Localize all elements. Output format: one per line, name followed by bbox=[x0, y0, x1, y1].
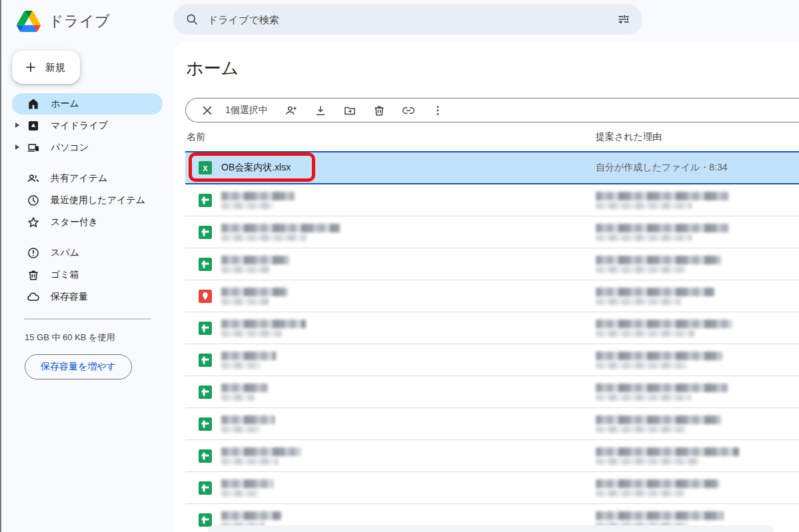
clear-selection-button[interactable] bbox=[196, 99, 219, 122]
search-bar[interactable] bbox=[173, 4, 642, 35]
sidebar-item-label: スター付き bbox=[51, 216, 98, 228]
file-row[interactable] bbox=[185, 280, 799, 312]
sidebar-item-cloud[interactable]: 保存容量 bbox=[12, 286, 163, 308]
sidebar-item-label: マイドライブ bbox=[51, 120, 108, 132]
file-reason-cell bbox=[596, 288, 799, 305]
expand-caret-icon[interactable] bbox=[15, 122, 20, 129]
file-name-cell bbox=[185, 479, 596, 497]
download-icon bbox=[314, 104, 327, 117]
sidebar: 新規 ホームマイドライブパソコン共有アイテム最近使用したアイテムスター付きスパム… bbox=[1, 43, 173, 532]
get-more-storage-button[interactable]: 保存容量を増やす bbox=[25, 354, 132, 380]
redacted-file-reason bbox=[596, 288, 714, 305]
file-row[interactable] bbox=[185, 344, 799, 376]
cloud-icon bbox=[27, 290, 40, 304]
file-reason-cell bbox=[596, 384, 799, 401]
redacted-file-reason bbox=[596, 256, 721, 273]
storage-progress-bar bbox=[24, 318, 151, 320]
sidebar-item-label: ホーム bbox=[51, 98, 79, 110]
file-row[interactable] bbox=[185, 312, 799, 344]
sheets-file-icon bbox=[199, 226, 212, 239]
sheets-file-icon bbox=[199, 258, 212, 271]
file-name-cell bbox=[185, 256, 596, 273]
more-vert-button[interactable] bbox=[426, 99, 449, 122]
new-button[interactable]: 新規 bbox=[12, 51, 80, 84]
file-reason: 自分が作成したファイル・8:34 bbox=[596, 162, 728, 172]
maps-file-icon bbox=[199, 290, 212, 303]
sidebar-item-mydrive[interactable]: マイドライブ bbox=[12, 115, 163, 136]
file-reason-cell bbox=[596, 352, 799, 369]
file-row[interactable] bbox=[185, 248, 799, 280]
sidebar-item-computer[interactable]: パソコン bbox=[12, 137, 163, 158]
sidebar-item-label: ゴミ箱 bbox=[51, 269, 79, 281]
trash-icon bbox=[27, 268, 40, 282]
file-row[interactable] bbox=[185, 184, 799, 216]
sheets-file-icon bbox=[199, 354, 212, 367]
file-name-cell bbox=[185, 415, 596, 433]
horizontal-scrollbar[interactable] bbox=[208, 525, 774, 532]
download-button[interactable] bbox=[309, 99, 332, 122]
close-icon bbox=[201, 104, 214, 117]
sheets-file-icon bbox=[199, 481, 212, 495]
redacted-file-reason bbox=[596, 384, 728, 401]
sidebar-item-spam[interactable]: スパム bbox=[12, 242, 163, 264]
redacted-file-reason bbox=[596, 447, 739, 465]
search-icon bbox=[185, 13, 199, 26]
sheets-file-icon bbox=[199, 194, 212, 207]
nav-section: ホームマイドライブパソコン bbox=[12, 93, 163, 158]
sidebar-item-home[interactable]: ホーム bbox=[12, 93, 163, 115]
file-name-cell bbox=[185, 447, 596, 465]
search-options-icon[interactable] bbox=[617, 13, 630, 26]
file-reason-cell bbox=[596, 256, 799, 273]
expand-caret-icon[interactable] bbox=[15, 144, 20, 150]
person-add-icon bbox=[285, 104, 298, 117]
file-row[interactable] bbox=[185, 472, 799, 504]
file-list: 名前 提案された理由 XOB会案内状.xlsx自分が作成したファイル・8:34 bbox=[185, 123, 799, 532]
file-row-selected[interactable]: XOB会案内状.xlsx自分が作成したファイル・8:34 bbox=[185, 151, 799, 184]
redacted-file-reason bbox=[596, 352, 722, 369]
move-to-folder-button[interactable] bbox=[339, 99, 361, 122]
sidebar-item-people[interactable]: 共有アイテム bbox=[12, 168, 163, 189]
spam-icon bbox=[27, 246, 40, 260]
redacted-file-name bbox=[221, 224, 340, 241]
file-reason-cell bbox=[596, 224, 799, 241]
sidebar-item-star[interactable]: スター付き bbox=[12, 212, 163, 233]
sheets-file-icon bbox=[199, 417, 212, 431]
nav-section: スパムゴミ箱保存容量 bbox=[12, 242, 163, 308]
sidebar-item-clock[interactable]: 最近使用したアイテム bbox=[12, 190, 163, 211]
file-row[interactable] bbox=[185, 216, 799, 248]
home-icon bbox=[27, 97, 40, 111]
sheets-file-icon bbox=[199, 322, 212, 335]
search-input[interactable] bbox=[208, 14, 608, 25]
top-bar: ドライブ bbox=[1, 0, 799, 43]
file-row[interactable] bbox=[185, 440, 799, 472]
redacted-file-reason bbox=[596, 320, 732, 337]
person-add-button[interactable] bbox=[280, 99, 303, 122]
plus-icon bbox=[24, 61, 37, 74]
file-row[interactable] bbox=[185, 376, 799, 408]
file-name-cell bbox=[185, 352, 596, 369]
mydrive-icon bbox=[27, 119, 40, 133]
sheets-file-icon bbox=[199, 386, 212, 399]
redacted-file-reason bbox=[596, 192, 729, 209]
sidebar-nav: ホームマイドライブパソコン共有アイテム最近使用したアイテムスター付きスパムゴミ箱… bbox=[12, 93, 163, 308]
nav-section: 共有アイテム最近使用したアイテムスター付き bbox=[12, 168, 163, 233]
redacted-file-name bbox=[221, 479, 273, 497]
more-vert-icon bbox=[431, 104, 444, 117]
redacted-file-name bbox=[221, 447, 301, 465]
get-link-button[interactable] bbox=[397, 99, 420, 122]
computer-icon bbox=[27, 141, 40, 154]
redacted-file-name bbox=[221, 256, 289, 273]
page-title: ホーム bbox=[186, 57, 799, 80]
file-name-cell: XOB会案内状.xlsx bbox=[185, 161, 596, 174]
delete-button[interactable] bbox=[368, 99, 391, 122]
file-name-cell bbox=[185, 320, 596, 337]
redacted-file-name bbox=[221, 384, 268, 401]
sidebar-item-trash[interactable]: ゴミ箱 bbox=[12, 264, 163, 286]
redacted-file-reason bbox=[596, 415, 721, 433]
file-reason-cell bbox=[596, 192, 799, 209]
list-header: 名前 提案された理由 bbox=[185, 123, 799, 151]
file-row[interactable] bbox=[185, 408, 799, 440]
file-name-cell bbox=[185, 384, 596, 401]
column-header-reason[interactable]: 提案された理由 bbox=[596, 131, 799, 143]
column-header-name[interactable]: 名前 bbox=[185, 131, 596, 143]
